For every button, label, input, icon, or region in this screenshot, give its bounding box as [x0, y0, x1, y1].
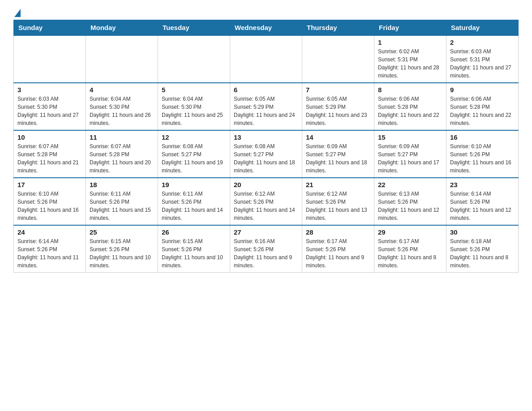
- table-row: 2Sunrise: 6:03 AMSunset: 5:31 PMDaylight…: [446, 35, 519, 83]
- day-number: 22: [378, 181, 442, 188]
- day-number: 28: [306, 228, 370, 236]
- table-row: 29Sunrise: 6:17 AMSunset: 5:26 PMDayligh…: [374, 225, 446, 273]
- day-info: Sunrise: 6:07 AMSunset: 5:28 PMDaylight:…: [90, 142, 154, 175]
- table-row: [302, 35, 374, 83]
- table-row: 3Sunrise: 6:03 AMSunset: 5:30 PMDaylight…: [14, 83, 86, 130]
- table-row: [86, 35, 158, 83]
- day-number: 6: [234, 86, 298, 94]
- calendar-week-row: 17Sunrise: 6:10 AMSunset: 5:26 PMDayligh…: [14, 178, 519, 225]
- day-info: Sunrise: 6:09 AMSunset: 5:27 PMDaylight:…: [378, 142, 442, 175]
- day-info: Sunrise: 6:10 AMSunset: 5:26 PMDaylight:…: [17, 190, 82, 222]
- day-info: Sunrise: 6:08 AMSunset: 5:27 PMDaylight:…: [162, 142, 226, 175]
- day-number: 20: [234, 181, 298, 188]
- header-monday: Monday: [86, 20, 158, 36]
- table-row: [14, 35, 86, 83]
- table-row: 8Sunrise: 6:06 AMSunset: 5:28 PMDaylight…: [374, 83, 446, 130]
- table-row: 6Sunrise: 6:05 AMSunset: 5:29 PMDaylight…: [230, 83, 302, 130]
- day-info: Sunrise: 6:05 AMSunset: 5:29 PMDaylight:…: [234, 95, 298, 127]
- table-row: 26Sunrise: 6:15 AMSunset: 5:26 PMDayligh…: [158, 225, 230, 273]
- day-info: Sunrise: 6:17 AMSunset: 5:26 PMDaylight:…: [306, 237, 370, 270]
- table-row: 7Sunrise: 6:05 AMSunset: 5:29 PMDaylight…: [302, 83, 374, 130]
- table-row: 21Sunrise: 6:12 AMSunset: 5:26 PMDayligh…: [302, 178, 374, 225]
- table-row: 19Sunrise: 6:11 AMSunset: 5:26 PMDayligh…: [158, 178, 230, 225]
- day-info: Sunrise: 6:13 AMSunset: 5:26 PMDaylight:…: [378, 190, 442, 222]
- day-info: Sunrise: 6:11 AMSunset: 5:26 PMDaylight:…: [162, 190, 226, 222]
- day-number: 26: [162, 228, 226, 236]
- day-number: 11: [90, 133, 154, 141]
- table-row: 12Sunrise: 6:08 AMSunset: 5:27 PMDayligh…: [158, 130, 230, 178]
- day-number: 25: [90, 228, 154, 236]
- day-number: 4: [90, 86, 154, 94]
- table-row: 14Sunrise: 6:09 AMSunset: 5:27 PMDayligh…: [302, 130, 374, 178]
- calendar-week-row: 10Sunrise: 6:07 AMSunset: 5:28 PMDayligh…: [14, 130, 519, 178]
- day-number: 3: [17, 86, 82, 94]
- table-row: 11Sunrise: 6:07 AMSunset: 5:28 PMDayligh…: [86, 130, 158, 178]
- page-header: [13, 9, 519, 15]
- day-info: Sunrise: 6:16 AMSunset: 5:26 PMDaylight:…: [234, 237, 298, 270]
- day-info: Sunrise: 6:12 AMSunset: 5:26 PMDaylight:…: [234, 190, 298, 222]
- table-row: 18Sunrise: 6:11 AMSunset: 5:26 PMDayligh…: [86, 178, 158, 225]
- table-row: 4Sunrise: 6:04 AMSunset: 5:30 PMDaylight…: [86, 83, 158, 130]
- table-row: 22Sunrise: 6:13 AMSunset: 5:26 PMDayligh…: [374, 178, 446, 225]
- day-number: 1: [378, 39, 442, 46]
- day-number: 17: [17, 181, 82, 188]
- header-sunday: Sunday: [14, 20, 86, 36]
- table-row: [158, 35, 230, 83]
- day-info: Sunrise: 6:05 AMSunset: 5:29 PMDaylight:…: [306, 95, 370, 127]
- day-info: Sunrise: 6:08 AMSunset: 5:27 PMDaylight:…: [234, 142, 298, 175]
- logo: [13, 9, 21, 15]
- logo-arrow-icon: [14, 9, 21, 17]
- table-row: 17Sunrise: 6:10 AMSunset: 5:26 PMDayligh…: [14, 178, 86, 225]
- table-row: [230, 35, 302, 83]
- day-number: 13: [234, 133, 298, 141]
- calendar-week-row: 24Sunrise: 6:14 AMSunset: 5:26 PMDayligh…: [14, 225, 519, 273]
- day-info: Sunrise: 6:06 AMSunset: 5:28 PMDaylight:…: [450, 95, 515, 127]
- day-number: 30: [450, 228, 515, 236]
- day-number: 8: [378, 86, 442, 94]
- day-info: Sunrise: 6:02 AMSunset: 5:31 PMDaylight:…: [378, 47, 442, 80]
- day-info: Sunrise: 6:15 AMSunset: 5:26 PMDaylight:…: [162, 237, 226, 270]
- day-info: Sunrise: 6:10 AMSunset: 5:26 PMDaylight:…: [450, 142, 515, 175]
- table-row: 30Sunrise: 6:18 AMSunset: 5:26 PMDayligh…: [446, 225, 519, 273]
- day-info: Sunrise: 6:06 AMSunset: 5:28 PMDaylight:…: [378, 95, 442, 127]
- logo-blue-part: [13, 9, 21, 15]
- calendar-week-row: 3Sunrise: 6:03 AMSunset: 5:30 PMDaylight…: [14, 83, 519, 130]
- table-row: 27Sunrise: 6:16 AMSunset: 5:26 PMDayligh…: [230, 225, 302, 273]
- day-number: 14: [306, 133, 370, 141]
- table-row: 9Sunrise: 6:06 AMSunset: 5:28 PMDaylight…: [446, 83, 519, 130]
- header-thursday: Thursday: [302, 20, 374, 36]
- day-info: Sunrise: 6:04 AMSunset: 5:30 PMDaylight:…: [90, 95, 154, 127]
- table-row: 23Sunrise: 6:14 AMSunset: 5:26 PMDayligh…: [446, 178, 519, 225]
- header-tuesday: Tuesday: [158, 20, 230, 36]
- day-number: 23: [450, 181, 515, 188]
- day-info: Sunrise: 6:15 AMSunset: 5:26 PMDaylight:…: [90, 237, 154, 270]
- day-info: Sunrise: 6:09 AMSunset: 5:27 PMDaylight:…: [306, 142, 370, 175]
- day-info: Sunrise: 6:14 AMSunset: 5:26 PMDaylight:…: [17, 237, 82, 270]
- day-info: Sunrise: 6:18 AMSunset: 5:26 PMDaylight:…: [450, 237, 515, 270]
- day-number: 2: [450, 39, 515, 46]
- table-row: 25Sunrise: 6:15 AMSunset: 5:26 PMDayligh…: [86, 225, 158, 273]
- day-info: Sunrise: 6:07 AMSunset: 5:28 PMDaylight:…: [17, 142, 82, 175]
- day-info: Sunrise: 6:17 AMSunset: 5:26 PMDaylight:…: [378, 237, 442, 270]
- calendar-week-row: 1Sunrise: 6:02 AMSunset: 5:31 PMDaylight…: [14, 35, 519, 83]
- day-number: 19: [162, 181, 226, 188]
- header-friday: Friday: [374, 20, 446, 36]
- day-number: 9: [450, 86, 515, 94]
- day-number: 7: [306, 86, 370, 94]
- header-wednesday: Wednesday: [230, 20, 302, 36]
- day-number: 15: [378, 133, 442, 141]
- table-row: 24Sunrise: 6:14 AMSunset: 5:26 PMDayligh…: [14, 225, 86, 273]
- day-number: 21: [306, 181, 370, 188]
- day-info: Sunrise: 6:03 AMSunset: 5:30 PMDaylight:…: [17, 95, 82, 127]
- table-row: 10Sunrise: 6:07 AMSunset: 5:28 PMDayligh…: [14, 130, 86, 178]
- day-number: 10: [17, 133, 82, 141]
- weekday-header-row: Sunday Monday Tuesday Wednesday Thursday…: [14, 20, 519, 36]
- table-row: 15Sunrise: 6:09 AMSunset: 5:27 PMDayligh…: [374, 130, 446, 178]
- day-number: 16: [450, 133, 515, 141]
- day-info: Sunrise: 6:14 AMSunset: 5:26 PMDaylight:…: [450, 190, 515, 222]
- table-row: 28Sunrise: 6:17 AMSunset: 5:26 PMDayligh…: [302, 225, 374, 273]
- calendar-table: Sunday Monday Tuesday Wednesday Thursday…: [13, 20, 519, 273]
- day-number: 24: [17, 228, 82, 236]
- day-number: 5: [162, 86, 226, 94]
- table-row: 16Sunrise: 6:10 AMSunset: 5:26 PMDayligh…: [446, 130, 519, 178]
